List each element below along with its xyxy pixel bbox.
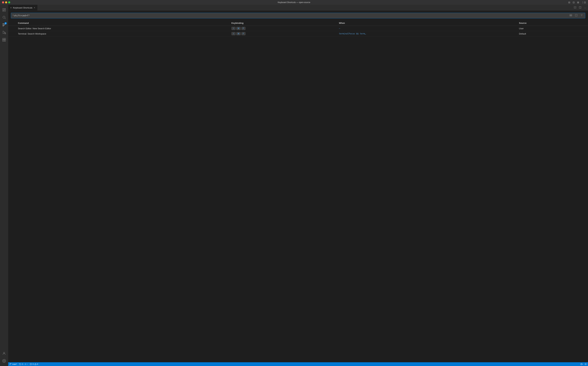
- keybindings-table: Command Keybinding When Source +Search E…: [8, 20, 588, 36]
- table-row[interactable]: +Terminal: Search Workspace⇧⌘FterminalFo…: [8, 31, 588, 36]
- traffic-close-button[interactable]: [2, 1, 4, 3]
- key-badge: ⌘: [236, 27, 241, 30]
- svg-point-4: [3, 16, 5, 18]
- remote-status[interactable]: [580, 363, 583, 365]
- record-keys-button[interactable]: [569, 14, 573, 17]
- layout-more-icon[interactable]: ⋮⊡: [581, 1, 586, 4]
- svg-rect-1: [4, 8, 5, 9]
- source-control-badge: 2: [4, 22, 7, 24]
- search-bar-container: [8, 11, 588, 20]
- table-body: +Search Editor: New Search Editor⇧⌘F–Use…: [8, 26, 588, 36]
- tab-close-button[interactable]: ×: [34, 6, 35, 9]
- table-row[interactable]: +Search Editor: New Search Editor⇧⌘F–Use…: [8, 26, 588, 31]
- window-title: Keyboard Shortcuts — open-source: [278, 1, 310, 4]
- sidebar-item-run[interactable]: [1, 29, 8, 36]
- when-cell: terminalFocus && term…: [336, 31, 516, 36]
- svg-rect-22: [570, 15, 572, 16]
- app-container: 2: [0, 5, 588, 366]
- key-badge: F: [241, 27, 246, 30]
- svg-rect-3: [3, 11, 4, 11]
- svg-marker-9: [3, 31, 5, 34]
- keybinding-cell: ⇧⌘F: [229, 31, 336, 36]
- sidebar-item-explorer[interactable]: [1, 7, 8, 13]
- svg-point-31: [10, 363, 10, 364]
- sync-down-count: 2: [22, 363, 23, 365]
- svg-rect-2: [4, 10, 5, 11]
- filter-button[interactable]: [580, 14, 584, 17]
- svg-rect-0: [3, 8, 4, 10]
- status-right: [580, 363, 587, 365]
- command-cell: Terminal: Search Workspace: [15, 31, 229, 36]
- svg-rect-15: [3, 40, 4, 41]
- tab-bar-actions: ···: [573, 6, 587, 10]
- keybinding-cell: ⇧⌘F: [229, 26, 336, 31]
- key-badge: ⇧: [231, 27, 236, 30]
- split-editor-button[interactable]: [578, 6, 582, 10]
- svg-point-6: [3, 23, 4, 24]
- traffic-lights: [2, 1, 10, 3]
- status-bar: main* 2↓ 1↑ 0: [8, 362, 588, 366]
- open-keybindings-json-button[interactable]: [573, 6, 577, 10]
- source-cell: Default: [516, 31, 588, 36]
- svg-point-8: [3, 25, 4, 26]
- tab-keyboard-shortcuts[interactable]: ≡ Keyboard Shortcuts ×: [8, 5, 38, 11]
- svg-point-33: [11, 363, 11, 364]
- col-when: When: [336, 20, 516, 26]
- traffic-max-button[interactable]: [8, 1, 10, 3]
- notifications-status[interactable]: [585, 363, 587, 365]
- command-cell: Search Editor: New Search Editor: [15, 26, 229, 31]
- sync-up-count: 1: [25, 363, 26, 365]
- activity-bar: 2: [0, 5, 8, 366]
- source-cell: User: [516, 26, 588, 31]
- svg-rect-24: [571, 15, 571, 15]
- titlebar: Keyboard Shortcuts — open-source ⊟ ⊡ ⊞ ⋮…: [0, 0, 588, 5]
- errors-status[interactable]: 0 0: [30, 363, 38, 365]
- svg-rect-14: [4, 38, 6, 40]
- key-badge: ⇧: [231, 32, 236, 35]
- warning-count: 0: [37, 363, 38, 365]
- editor: Command Keybinding When Source +Search E…: [8, 11, 588, 362]
- layout-panel-icon[interactable]: ⊟: [568, 1, 570, 4]
- git-sync-status[interactable]: 2↓ 1↑: [19, 363, 28, 365]
- svg-rect-16: [4, 40, 6, 41]
- col-add: [8, 20, 15, 26]
- sidebar-item-account[interactable]: [1, 350, 8, 357]
- tab-bar: ≡ Keyboard Shortcuts × ···: [8, 5, 588, 11]
- search-icons: [569, 14, 584, 17]
- svg-rect-25: [571, 15, 572, 15]
- git-branch-name: main*: [12, 363, 17, 365]
- tab-keyboard-icon: ≡: [10, 6, 12, 9]
- search-bar[interactable]: [11, 13, 585, 18]
- sidebar-item-search[interactable]: [1, 14, 8, 21]
- svg-line-5: [5, 18, 6, 19]
- table-header-row: Command Keybinding When Source: [8, 20, 588, 26]
- sidebar-item-extensions[interactable]: [1, 36, 8, 43]
- col-source: Source: [516, 20, 588, 26]
- table-container: Command Keybinding When Source +Search E…: [8, 20, 588, 362]
- layout-split-icon[interactable]: ⊞: [577, 1, 579, 4]
- tab-label: Keyboard Shortcuts: [13, 7, 32, 9]
- error-count: 0: [32, 363, 33, 365]
- layout-sidebar-icon[interactable]: ⊡: [573, 1, 575, 4]
- col-command: Command: [15, 20, 229, 26]
- svg-point-32: [10, 365, 10, 365]
- svg-point-18: [4, 360, 5, 361]
- sidebar-item-settings[interactable]: [1, 358, 8, 364]
- toggle-record-button[interactable]: [574, 14, 578, 17]
- svg-rect-23: [570, 15, 571, 15]
- svg-rect-13: [3, 38, 4, 40]
- search-input[interactable]: [12, 14, 569, 17]
- svg-rect-26: [570, 15, 572, 16]
- traffic-min-button[interactable]: [5, 1, 7, 3]
- key-badge: F: [241, 32, 246, 35]
- svg-point-12: [5, 34, 5, 34]
- svg-point-17: [3, 352, 5, 353]
- git-branch-status[interactable]: main*: [9, 363, 17, 365]
- titlebar-actions: ⊟ ⊡ ⊞ ⋮⊡: [568, 1, 586, 4]
- sidebar-item-source-control[interactable]: 2: [1, 22, 8, 28]
- col-keybinding: Keybinding: [229, 20, 336, 26]
- status-left: main* 2↓ 1↑ 0: [9, 363, 38, 365]
- when-cell: –: [336, 26, 516, 31]
- key-badge: ⌘: [236, 32, 241, 35]
- more-actions-button[interactable]: ···: [583, 6, 587, 10]
